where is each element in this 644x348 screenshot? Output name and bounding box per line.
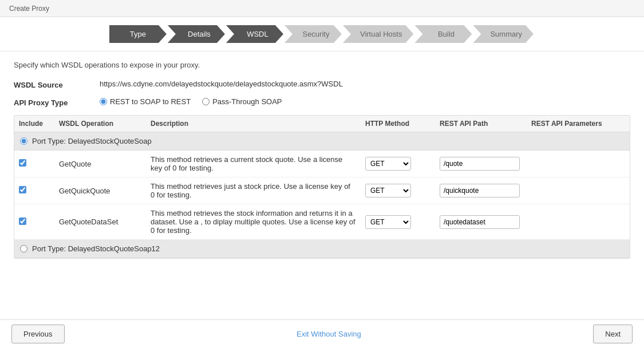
wsdl-source-value: https://ws.cdyne.com/delayedstockquote/d…	[100, 80, 343, 88]
th-rest-api-path: REST API Path	[435, 120, 527, 128]
port-type-radio-1[interactable]	[20, 137, 27, 145]
radio-pass-through-soap-input[interactable]	[202, 98, 210, 105]
radio-pass-through-soap[interactable]: Pass-Through SOAP	[202, 97, 282, 106]
description-text: Specify which WSDL operations to expose …	[14, 61, 630, 69]
th-rest-api-params: REST API Parameters	[527, 120, 630, 128]
proxy-type-radio-group: REST to SOAP to REST Pass-Through SOAP	[100, 97, 282, 106]
td-operation-name-2: GetQuickQuote	[54, 187, 146, 195]
exit-without-saving-link[interactable]: Exit Without Saving	[297, 330, 361, 338]
table-row: GetQuoteDataSet This method retrieves th…	[14, 204, 630, 240]
td-description-1: This method retrieves a current stock qu…	[146, 155, 361, 172]
td-include-2[interactable]	[14, 186, 54, 195]
method-select-3[interactable]: GET POST PUT DELETE	[365, 215, 411, 229]
th-include: Include	[14, 120, 54, 128]
th-http-method: HTTP Method	[361, 120, 435, 128]
radio-pass-through-soap-label: Pass-Through SOAP	[212, 97, 282, 106]
path-input-2[interactable]	[440, 184, 520, 197]
method-select-2[interactable]: GET POST PUT DELETE	[365, 184, 411, 197]
step-container: Type Details WSDL Security Virtual Hosts…	[109, 25, 535, 43]
path-input-1[interactable]	[440, 157, 520, 171]
checkbox-getquotedataset[interactable]	[19, 217, 26, 225]
wizard-steps: Type Details WSDL Security Virtual Hosts…	[0, 17, 644, 52]
wsdl-source-row: WSDL Source https://ws.cdyne.com/delayed…	[14, 80, 630, 89]
step-summary[interactable]: Summary	[473, 25, 534, 43]
table-header: Include WSDL Operation Description HTTP …	[14, 116, 630, 132]
radio-rest-soap-rest-input[interactable]	[100, 98, 107, 105]
checkbox-getquickquote[interactable]	[19, 186, 26, 193]
wsdl-source-label: WSDL Source	[14, 80, 100, 89]
api-proxy-type-row: API Proxy Type REST to SOAP to REST Pass…	[14, 97, 630, 107]
step-type[interactable]: Type	[109, 25, 167, 43]
port-type-label-2: Port Type: DelayedStockQuoteSoap12	[32, 244, 160, 253]
table-row: GetQuote This method retrieves a current…	[14, 151, 630, 177]
th-description: Description	[146, 120, 361, 128]
step-build[interactable]: Build	[414, 25, 472, 43]
radio-rest-soap-rest[interactable]: REST to SOAP to REST	[100, 97, 191, 106]
page-title: Create Proxy	[9, 5, 49, 13]
port-type-row-2: Port Type: DelayedStockQuoteSoap12	[14, 240, 630, 258]
td-operation-name-1: GetQuote	[54, 160, 146, 168]
top-bar: Create Proxy	[0, 0, 644, 17]
footer-bar: Previous Exit Without Saving Next	[0, 319, 644, 348]
operations-table: Include WSDL Operation Description HTTP …	[14, 115, 630, 259]
td-description-2: This method retrieves just a stock price…	[146, 182, 361, 199]
td-path-1[interactable]	[435, 157, 527, 171]
table-row: GetQuickQuote This method retrieves just…	[14, 177, 630, 204]
td-path-2[interactable]	[435, 184, 527, 197]
content-area: Specify which WSDL operations to expose …	[0, 52, 644, 268]
api-proxy-type-label: API Proxy Type	[14, 97, 100, 107]
td-operation-name-3: GetQuoteDataSet	[54, 217, 146, 226]
port-type-label-1: Port Type: DelayedStockQuoteSoap	[32, 137, 152, 145]
td-method-2[interactable]: GET POST PUT DELETE	[361, 184, 435, 197]
td-description-3: This method retrieves the stock informat…	[146, 209, 361, 235]
td-path-3[interactable]	[435, 215, 527, 229]
step-details[interactable]: Details	[168, 25, 225, 43]
next-button[interactable]: Next	[593, 325, 633, 343]
td-include-1[interactable]	[14, 159, 54, 168]
td-include-3[interactable]	[14, 217, 54, 227]
port-type-row-1: Port Type: DelayedStockQuoteSoap	[14, 132, 630, 151]
checkbox-getquote[interactable]	[19, 159, 26, 167]
path-input-3[interactable]	[440, 215, 520, 229]
radio-rest-soap-rest-label: REST to SOAP to REST	[110, 97, 191, 106]
step-virtual-hosts[interactable]: Virtual Hosts	[343, 25, 413, 43]
previous-button[interactable]: Previous	[11, 325, 65, 343]
th-wsdl-operation: WSDL Operation	[54, 120, 146, 128]
td-method-1[interactable]: GET POST PUT DELETE	[361, 157, 435, 171]
td-method-3[interactable]: GET POST PUT DELETE	[361, 215, 435, 229]
method-select-1[interactable]: GET POST PUT DELETE	[365, 157, 411, 171]
port-type-radio-2[interactable]	[20, 245, 27, 252]
step-wsdl[interactable]: WSDL	[226, 25, 283, 43]
step-security[interactable]: Security	[285, 25, 342, 43]
